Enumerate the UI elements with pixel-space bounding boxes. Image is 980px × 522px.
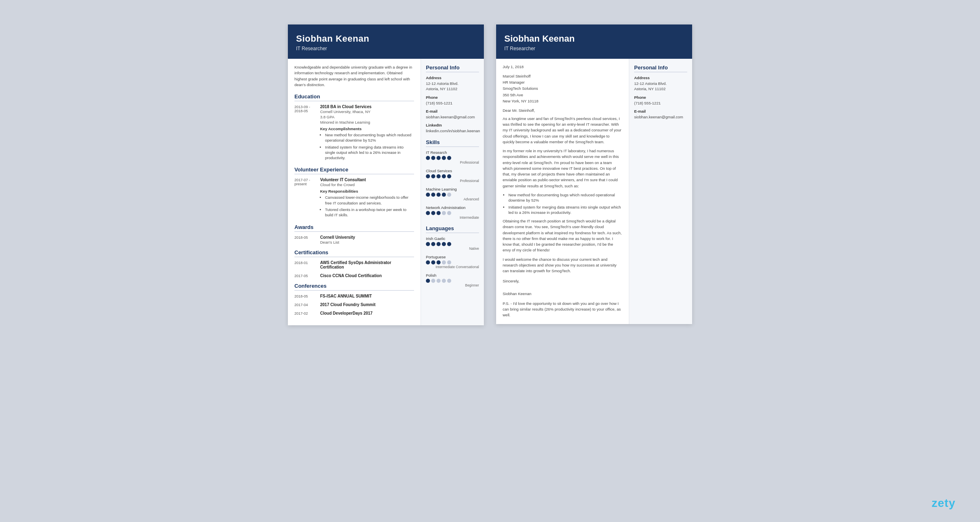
conf-content-2: 2017 Cloud Foundry Summit	[320, 302, 414, 307]
dot	[426, 156, 430, 160]
skill-dots-3	[426, 193, 479, 197]
cover-email-label: E-mail	[634, 109, 687, 113]
cover-closing: Sincerely, Siobhan Keenan	[503, 278, 622, 297]
conf-date-1: 2018-05	[294, 294, 317, 298]
dot	[447, 156, 451, 160]
cover-phone-label: Phone	[634, 95, 687, 100]
dot	[442, 156, 446, 160]
resume-phone-label: Phone	[426, 95, 479, 100]
cover-date: July 1, 2018	[503, 64, 622, 69]
cover-paragraph-2: In my former role in my university's IT …	[503, 148, 622, 189]
education-content: 2018 BA in Cloud Services Cornell Univer…	[320, 104, 414, 162]
skill-level-2: Professional	[426, 179, 479, 183]
award-date: 2018-05	[294, 235, 317, 244]
cover-title: IT Researcher	[504, 46, 684, 51]
dot	[437, 193, 441, 197]
dot	[426, 242, 430, 246]
recipient-city: New York, NY 10118	[503, 99, 539, 103]
skill-dots-2	[426, 174, 479, 178]
dot	[442, 193, 446, 197]
volunteer-bullets: Canvassed lower-income neighborhoods to …	[320, 195, 414, 218]
lang-dots-2	[426, 260, 479, 264]
skill-level-4: Intermediate	[426, 215, 479, 220]
skill-cloud: Cloud Services Professional	[426, 169, 479, 183]
resume-summary: Knowledgeable and dependable university …	[294, 64, 414, 88]
cover-sidebar: Personal Info Address 12-12 Astoria Blvd…	[629, 59, 692, 324]
cert-title-1: AWS Certified SysOps Administrator Certi…	[320, 260, 414, 269]
dot	[447, 193, 451, 197]
dot	[447, 174, 451, 178]
dot	[437, 174, 441, 178]
education-section-title: Education	[294, 93, 414, 101]
resume-body: Knowledgeable and dependable university …	[288, 59, 484, 325]
education-degree: 2018 BA in Cloud Services	[320, 104, 414, 109]
dot	[437, 156, 441, 160]
resume-name: Siobhan Keenan	[296, 33, 476, 44]
awards-section-title: Awards	[294, 224, 414, 232]
conf-title-3: Cloud DeveloperDays 2017	[320, 311, 414, 315]
skill-it-research: IT Research Professional	[426, 150, 479, 164]
dot	[426, 193, 430, 197]
resume-linkedin: linkedin.com/in/siobhan.keenan	[426, 128, 479, 133]
dot	[431, 156, 435, 160]
dot	[437, 211, 441, 215]
dot	[442, 279, 446, 283]
cover-address-label: Address	[634, 76, 687, 80]
dot	[437, 242, 441, 246]
education-minor: Minored in Machine Learning	[320, 120, 414, 124]
conf-title-1: FS-ISAC ANNUAL SUMMIT	[320, 294, 414, 298]
cover-header: Siobhan Keenan IT Researcher	[496, 24, 692, 59]
dot	[447, 211, 451, 215]
skill-name-4: Network Administration	[426, 205, 479, 210]
lang-level-3: Beginner	[426, 283, 479, 287]
dot	[447, 260, 451, 264]
conf-content-3: Cloud DeveloperDays 2017	[320, 311, 414, 315]
lang-irish: Irish Gaelic Native	[426, 236, 479, 251]
cover-bullet-2: Initiated system for merging data stream…	[508, 204, 622, 215]
conf-date-3: 2017-02	[294, 311, 317, 315]
resume-email: siobhan.keenan@gmail.com	[426, 114, 479, 120]
dot	[447, 242, 451, 246]
volunteer-dates: 2017-07 -present	[294, 178, 317, 219]
cover-closing-2: Siobhan Keenan	[503, 291, 622, 297]
cover-bullet-1: New method for documenting bugs which re…	[508, 192, 622, 203]
cert-date-1: 2018-01	[294, 260, 317, 269]
conferences-section-title: Conferences	[294, 283, 414, 291]
cert-content-1: AWS Certified SysOps Administrator Certi…	[320, 260, 414, 269]
cert-entry-1: 2018-01 AWS Certified SysOps Administrat…	[294, 260, 414, 269]
cover-bullets: New method for documenting bugs which re…	[503, 192, 622, 215]
education-entry: 2013-09 -2018-05 2018 BA in Cloud Servic…	[294, 104, 414, 162]
conf-content-1: FS-ISAC ANNUAL SUMMIT	[320, 294, 414, 298]
cover-paragraph-1: As a longtime user and fan of SmogTech's…	[503, 116, 622, 145]
conf-entry-3: 2017-02 Cloud DeveloperDays 2017	[294, 311, 414, 315]
dot	[431, 174, 435, 178]
certifications-section-title: Certifications	[294, 249, 414, 257]
skill-network: Network Administration Intermediate	[426, 205, 479, 220]
cover-paragraph-3: Obtaining the IT research position at Sm…	[503, 218, 622, 253]
volunteer-content: Volunteer IT Consultant Cloud for the Cr…	[320, 178, 414, 219]
accomplishment-2: Initiated system for merging data stream…	[325, 144, 414, 161]
lang-level-2: Intermediate Conversational	[426, 265, 479, 269]
skill-ml: Machine Learning Advanced	[426, 187, 479, 201]
skill-dots-4	[426, 211, 479, 215]
resume-email-label: E-mail	[426, 109, 479, 113]
conf-date-2: 2017-04	[294, 302, 317, 307]
dot	[431, 279, 435, 283]
dot	[442, 174, 446, 178]
dot	[426, 260, 430, 264]
award-entry: 2018-05 Cornell University Dean's List	[294, 235, 414, 244]
skill-name-2: Cloud Services	[426, 169, 479, 173]
responsibilities-label: Key Responsibilities	[320, 189, 414, 193]
education-dates: 2013-09 -2018-05	[294, 104, 317, 162]
resume-address: 12-12 Astoria Blvd.Astoria, NY 11102	[426, 81, 479, 92]
cover-phone: (718) 555-1221	[634, 100, 687, 106]
cover-name: Siobhan Keenan	[504, 33, 684, 44]
volunteer-section-title: Volunteer Experience	[294, 167, 414, 174]
lang-dots-1	[426, 242, 479, 246]
resume-address-label: Address	[426, 76, 479, 80]
conf-entry-1: 2018-05 FS-ISAC ANNUAL SUMMIT	[294, 294, 414, 298]
recipient-title: HR Manager	[503, 80, 525, 84]
skill-level-3: Advanced	[426, 197, 479, 201]
resume-personal-info-title: Personal Info	[426, 64, 479, 72]
lang-name-1: Irish Gaelic	[426, 236, 479, 241]
